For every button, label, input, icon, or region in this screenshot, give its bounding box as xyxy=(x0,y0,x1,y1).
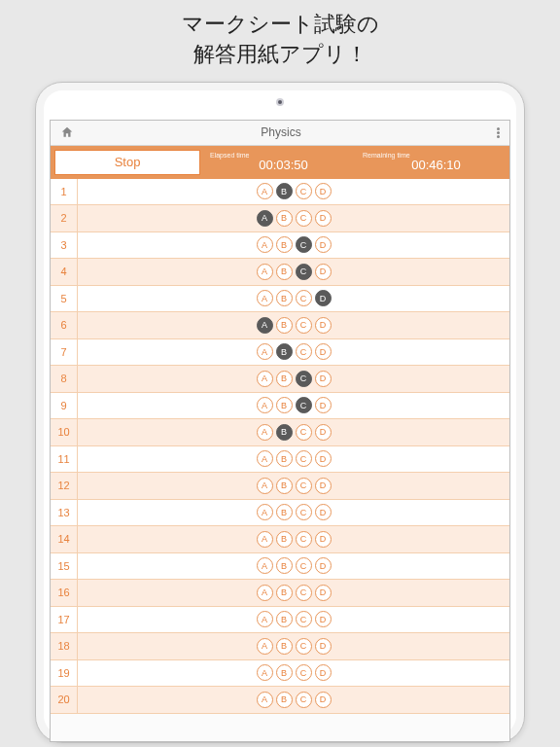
option-bubble-a[interactable]: A xyxy=(257,638,273,655)
question-number: 15 xyxy=(51,553,78,580)
option-bubble-d[interactable]: D xyxy=(315,478,332,494)
option-bubble-d[interactable]: D xyxy=(315,343,332,360)
option-bubble-d[interactable]: D xyxy=(315,557,332,574)
option-bubble-a[interactable]: A xyxy=(257,343,273,360)
option-bubble-d[interactable]: D xyxy=(315,183,332,199)
option-bubble-c[interactable]: C xyxy=(296,531,312,548)
bubble-group: ABCD xyxy=(78,317,509,334)
option-bubble-c[interactable]: C xyxy=(296,264,312,280)
remaining-time: Remaining time 00:46:10 xyxy=(357,146,509,179)
stop-button[interactable]: Stop xyxy=(54,150,200,175)
option-bubble-c[interactable]: C xyxy=(296,585,312,601)
bubble-group: ABCD xyxy=(78,692,509,708)
option-bubble-b[interactable]: B xyxy=(276,317,293,334)
option-bubble-a[interactable]: A xyxy=(257,183,273,199)
option-bubble-b[interactable]: B xyxy=(276,504,293,520)
option-bubble-a[interactable]: A xyxy=(257,478,273,494)
option-bubble-d[interactable]: D xyxy=(315,210,332,227)
answer-sheet: 1ABCD2ABCD3ABCD4ABCD5ABCD6ABCD7ABCD8ABCD… xyxy=(51,179,509,714)
option-bubble-d[interactable]: D xyxy=(315,317,332,334)
option-bubble-d[interactable]: D xyxy=(315,692,332,708)
option-bubble-d[interactable]: D xyxy=(315,371,332,387)
option-bubble-b[interactable]: B xyxy=(276,343,293,360)
option-bubble-a[interactable]: A xyxy=(257,371,273,387)
option-bubble-b[interactable]: B xyxy=(276,557,293,574)
option-bubble-a[interactable]: A xyxy=(257,557,273,574)
option-bubble-c[interactable]: C xyxy=(296,397,312,413)
option-bubble-a[interactable]: A xyxy=(257,290,273,306)
option-bubble-a[interactable]: A xyxy=(257,450,273,467)
question-number: 13 xyxy=(51,500,78,526)
option-bubble-b[interactable]: B xyxy=(276,692,293,708)
option-bubble-c[interactable]: C xyxy=(296,478,312,494)
option-bubble-d[interactable]: D xyxy=(315,236,332,253)
option-bubble-d[interactable]: D xyxy=(315,664,332,681)
option-bubble-c[interactable]: C xyxy=(296,450,312,467)
option-bubble-c[interactable]: C xyxy=(296,317,312,334)
option-bubble-d[interactable]: D xyxy=(315,531,332,548)
more-icon[interactable] xyxy=(488,126,500,139)
option-bubble-d[interactable]: D xyxy=(315,585,332,601)
option-bubble-a[interactable]: A xyxy=(257,585,273,601)
question-row: 8ABCD xyxy=(51,366,509,393)
question-number: 16 xyxy=(51,580,78,606)
bubble-group: ABCD xyxy=(78,397,509,413)
camera-icon xyxy=(276,98,284,106)
option-bubble-c[interactable]: C xyxy=(296,611,312,627)
option-bubble-b[interactable]: B xyxy=(276,264,293,280)
option-bubble-b[interactable]: B xyxy=(276,397,293,413)
option-bubble-a[interactable]: A xyxy=(257,531,273,548)
option-bubble-c[interactable]: C xyxy=(296,290,312,306)
bubble-group: ABCD xyxy=(78,557,509,574)
option-bubble-a[interactable]: A xyxy=(257,236,273,253)
option-bubble-c[interactable]: C xyxy=(296,424,312,441)
option-bubble-c[interactable]: C xyxy=(296,664,312,681)
option-bubble-b[interactable]: B xyxy=(276,210,293,227)
option-bubble-a[interactable]: A xyxy=(257,424,273,441)
remaining-label: Remaining time xyxy=(363,152,509,159)
option-bubble-b[interactable]: B xyxy=(276,478,293,494)
option-bubble-c[interactable]: C xyxy=(296,183,312,199)
option-bubble-d[interactable]: D xyxy=(315,504,332,520)
option-bubble-a[interactable]: A xyxy=(257,504,273,520)
question-row: 2ABCD xyxy=(51,205,509,232)
bubble-group: ABCD xyxy=(78,264,509,280)
option-bubble-b[interactable]: B xyxy=(276,664,293,681)
option-bubble-b[interactable]: B xyxy=(276,290,293,306)
option-bubble-c[interactable]: C xyxy=(296,504,312,520)
option-bubble-c[interactable]: C xyxy=(296,343,312,360)
option-bubble-a[interactable]: A xyxy=(257,397,273,413)
question-row: 9ABCD xyxy=(51,393,509,420)
option-bubble-b[interactable]: B xyxy=(276,531,293,548)
question-number: 20 xyxy=(51,687,78,713)
option-bubble-d[interactable]: D xyxy=(315,264,332,280)
option-bubble-b[interactable]: B xyxy=(276,638,293,655)
option-bubble-b[interactable]: B xyxy=(276,424,293,441)
option-bubble-c[interactable]: C xyxy=(296,692,312,708)
option-bubble-d[interactable]: D xyxy=(315,290,332,306)
option-bubble-d[interactable]: D xyxy=(315,638,332,655)
option-bubble-c[interactable]: C xyxy=(296,210,312,227)
option-bubble-d[interactable]: D xyxy=(315,424,332,441)
option-bubble-d[interactable]: D xyxy=(315,397,332,413)
option-bubble-a[interactable]: A xyxy=(257,664,273,681)
option-bubble-d[interactable]: D xyxy=(315,450,332,467)
option-bubble-b[interactable]: B xyxy=(276,611,293,627)
option-bubble-a[interactable]: A xyxy=(257,210,273,227)
option-bubble-a[interactable]: A xyxy=(257,611,273,627)
option-bubble-c[interactable]: C xyxy=(296,236,312,253)
option-bubble-c[interactable]: C xyxy=(296,557,312,574)
option-bubble-a[interactable]: A xyxy=(257,317,273,334)
home-icon[interactable] xyxy=(60,125,74,139)
option-bubble-b[interactable]: B xyxy=(276,236,293,253)
option-bubble-a[interactable]: A xyxy=(257,264,273,280)
option-bubble-b[interactable]: B xyxy=(276,371,293,387)
option-bubble-d[interactable]: D xyxy=(315,611,332,627)
option-bubble-a[interactable]: A xyxy=(257,692,273,708)
question-number: 7 xyxy=(51,339,78,366)
option-bubble-b[interactable]: B xyxy=(276,585,293,601)
option-bubble-b[interactable]: B xyxy=(276,183,293,199)
option-bubble-c[interactable]: C xyxy=(296,638,312,655)
option-bubble-c[interactable]: C xyxy=(296,371,312,387)
option-bubble-b[interactable]: B xyxy=(276,450,293,467)
